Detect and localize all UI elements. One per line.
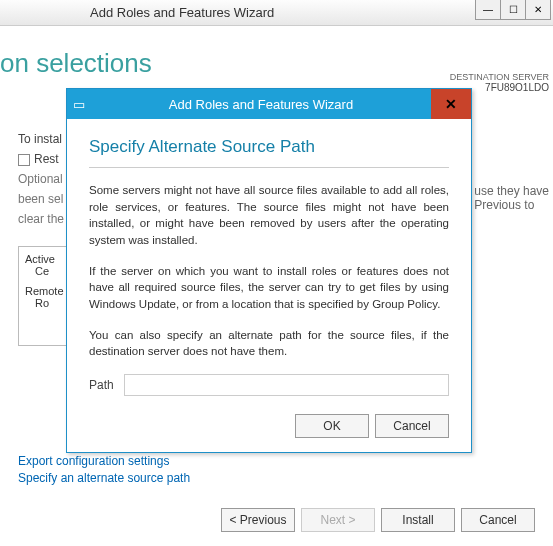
dialog-cancel-button[interactable]: Cancel [375, 414, 449, 438]
maximize-button[interactable]: ☐ [500, 0, 526, 20]
specify-source-link[interactable]: Specify an alternate source path [18, 471, 190, 485]
dialog-icon: ▭ [67, 97, 91, 112]
dialog-heading: Specify Alternate Source Path [89, 137, 449, 168]
parent-window-title: Add Roles and Features Wizard [90, 5, 274, 20]
previous-button[interactable]: < Previous [221, 508, 295, 532]
ok-button[interactable]: OK [295, 414, 369, 438]
alternate-source-dialog: ▭ Add Roles and Features Wizard ✕ Specif… [66, 88, 472, 453]
dialog-paragraph: Some servers might not have all source f… [89, 182, 449, 249]
cancel-button[interactable]: Cancel [461, 508, 535, 532]
minimize-button[interactable]: ― [475, 0, 501, 20]
dialog-close-button[interactable]: ✕ [431, 89, 471, 119]
restart-checkbox[interactable] [18, 154, 30, 166]
dialog-titlebar[interactable]: ▭ Add Roles and Features Wizard ✕ [67, 89, 471, 119]
close-button[interactable]: ✕ [525, 0, 551, 20]
path-input[interactable] [124, 374, 449, 396]
export-config-link[interactable]: Export configuration settings [18, 454, 190, 468]
install-button[interactable]: Install [381, 508, 455, 532]
wizard-footer: < Previous Next > Install Cancel [221, 508, 535, 532]
dialog-paragraph: You can also specify an alternate path f… [89, 327, 449, 360]
dialog-title: Add Roles and Features Wizard [91, 97, 471, 112]
dialog-paragraph: If the server on which you want to insta… [89, 263, 449, 313]
next-button: Next > [301, 508, 375, 532]
parent-window-titlebar: Add Roles and Features Wizard ― ☐ ✕ [0, 0, 553, 26]
path-label: Path [89, 378, 114, 392]
